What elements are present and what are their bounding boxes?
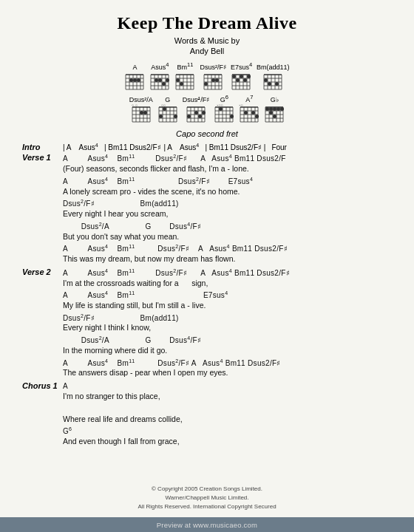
v2-lyric3: Every night I think I know,	[63, 323, 392, 333]
chord-diagram-Bmadd11: Bm(add11)	[257, 64, 290, 91]
svg-point-25	[155, 78, 158, 82]
watermark-text: Preview at www.musicaeo.com	[157, 521, 257, 529]
svg-point-172	[269, 107, 273, 111]
copyright-area: © Copyright 2005 Creation Songs Limited.…	[0, 485, 414, 511]
svg-point-159	[255, 115, 259, 118]
chorus1-section: Chorus 1 A I'm no stranger to this place…	[22, 381, 392, 449]
svg-point-27	[162, 82, 166, 86]
v2-lyric2: My life is standing still, but I'm still…	[63, 301, 392, 311]
svg-point-129	[198, 115, 202, 118]
svg-text:○: ○	[135, 104, 138, 107]
svg-point-55	[215, 78, 219, 82]
v1-chord1: A Asus4 Bm11 Dsus2/F♯ A Asus4 Bm11 Dsus2…	[63, 153, 392, 164]
v2-chord4: Dsus2/A G Dsus4/F♯	[63, 335, 392, 346]
svg-point-53	[204, 82, 208, 86]
chord-diagram-A: A	[124, 64, 145, 91]
intro-bar2: | A Asus4 | Bm11 Dsus2/F♯ |	[164, 143, 266, 151]
v2-chord3: Dsus2/F♯ Bm(add11)	[63, 313, 392, 324]
svg-point-177	[273, 115, 276, 118]
v2-lyric1: I'm at the crossroads waiting for a sign…	[63, 279, 392, 289]
svg-point-85	[275, 82, 279, 86]
svg-point-68	[236, 78, 240, 82]
content-area: Keep The Dream Alive Words & Music by An…	[22, 13, 392, 449]
chord-diagram-A7: A7 ×○	[239, 94, 259, 123]
page: Keep The Dream Alive Words & Music by An…	[0, 0, 414, 532]
svg-point-100	[143, 111, 147, 115]
v1-lyric4: But you don't say what you mean.	[63, 232, 392, 242]
svg-point-41	[180, 82, 183, 86]
svg-point-71	[247, 75, 251, 78]
watermark-bar: Preview at www.musicaeo.com	[0, 517, 414, 532]
svg-point-127	[187, 115, 191, 118]
capo-instruction: Capo second fret	[22, 129, 392, 138]
chord-diagrams-row2: Dsus²/A ○ ○	[22, 94, 392, 123]
svg-text:○: ○	[132, 104, 134, 107]
svg-point-70	[243, 78, 247, 82]
c1-lyric2: Where real life and dreams collide,	[63, 415, 392, 425]
svg-text:×○○: ×○○	[217, 104, 223, 107]
svg-point-84	[268, 82, 271, 86]
v1-lyric3: Every night I hear you scream,	[63, 209, 392, 219]
svg-point-69	[240, 75, 243, 78]
v2-lyric5: The answers disap - pear when I open my …	[63, 368, 392, 378]
v1-lyric2: A lonely scream pro - vides the scene, i…	[63, 187, 392, 197]
svg-point-114	[163, 107, 166, 111]
svg-point-28	[166, 78, 169, 82]
intro-section: Intro | A Asus4 | Bm11 Dsus2/F♯ | A Asus…	[22, 143, 392, 151]
svg-point-40	[176, 78, 180, 82]
verse2-label: Verse 2	[22, 267, 63, 276]
c1-chord2: G6	[63, 426, 392, 437]
svg-point-26	[158, 78, 162, 82]
svg-point-115	[174, 115, 177, 118]
svg-text:×○: ×○	[239, 104, 243, 107]
v1-lyric1: (Four) seasons, seconds flicker and flas…	[63, 164, 392, 174]
svg-point-158	[251, 111, 255, 115]
svg-point-11	[129, 78, 133, 82]
v2-chord5: A Asus4 Bm11 Dsus2/F♯ A Asus4 Bm11 Dsus2…	[63, 358, 392, 369]
chord-diagram-Asus4: Asus4	[149, 61, 170, 91]
copyright-line2: Warner/Chappell Music Limited.	[15, 494, 399, 502]
credits-name: Andy Bell	[22, 47, 392, 55]
verse1-label: Verse 1	[22, 153, 63, 162]
copyright-line1: © Copyright 2005 Creation Songs Limited.	[15, 485, 399, 494]
chord-diagram-Dsus2A: Dsus²/A ○ ○	[129, 96, 153, 123]
chord-diagram-Dsus2Fsharp: Dsus²/F♯	[200, 64, 226, 91]
svg-point-128	[194, 111, 198, 115]
svg-point-157	[244, 111, 248, 115]
chord-diagram-G: G ○○	[157, 96, 178, 123]
c1-blank	[63, 403, 392, 413]
chorus1-content: A I'm no stranger to this place, Where r…	[63, 381, 392, 449]
v2-chord1: A Asus4 Bm11 Dsus2/F♯ A Asus4 Bm11 Dsus2…	[63, 267, 392, 279]
chord-diagram-Bm11: Bm11	[174, 61, 195, 91]
v1-chord5: A Asus4 Bm11 Dsus2/F♯ A Asus4 Bm11 Dsus2…	[63, 243, 392, 254]
intro-bar1: | A Asus4 | Bm11 Dsus2/F♯	[63, 143, 161, 151]
verse2-section: Verse 2 A Asus4 Bm11 Dsus2/F♯ A Asus4 Bm…	[22, 267, 392, 380]
copyright-line3: All Rights Reserved. International Copyr…	[15, 502, 399, 511]
svg-text:○○: ○○	[161, 104, 166, 107]
chord-diagram-Gb: G♭	[264, 96, 285, 123]
c1-lyric1: I'm no stranger to this place,	[63, 392, 392, 402]
chord-diagram-G6: G6 ×○○	[214, 94, 234, 123]
chord-diagram-Dsus4Fsharp: Dsus⁴/F♯	[183, 96, 210, 123]
verse2-content: A Asus4 Bm11 Dsus2/F♯ A Asus4 Bm11 Dsus2…	[63, 267, 392, 380]
intro-content: | A Asus4 | Bm11 Dsus2/F♯ | A Asus4 | Bm…	[63, 143, 392, 151]
svg-point-54	[211, 78, 215, 82]
chord-diagram-E7sus4: E7sus4	[231, 61, 252, 91]
chorus1-label: Chorus 1	[22, 381, 63, 390]
svg-point-13	[137, 78, 140, 82]
verse1-section: Verse 1 A Asus4 Bm11 Dsus2/F♯ A Asus4 Bm…	[22, 153, 392, 265]
credits-label: Words & Music by	[22, 36, 392, 45]
intro-four: Four	[271, 143, 287, 151]
verse1-content: A Asus4 Bm11 Dsus2/F♯ A Asus4 Bm11 Dsus2…	[63, 153, 392, 265]
svg-point-175	[280, 107, 284, 111]
v1-chord2: A Asus4 Bm11 Dsus2/F♯ E7sus4	[63, 176, 392, 187]
svg-point-143	[219, 107, 223, 111]
intro-label: Intro	[22, 143, 63, 151]
svg-point-174	[276, 107, 280, 111]
svg-point-171	[265, 107, 269, 111]
c1-chord1: A	[63, 381, 392, 392]
v2-chord2: A Asus4 Bm11 E7sus4	[63, 290, 392, 301]
c1-lyric3: And even though I fall from grace,	[63, 437, 392, 447]
svg-point-12	[133, 78, 137, 82]
svg-point-83	[264, 78, 268, 82]
